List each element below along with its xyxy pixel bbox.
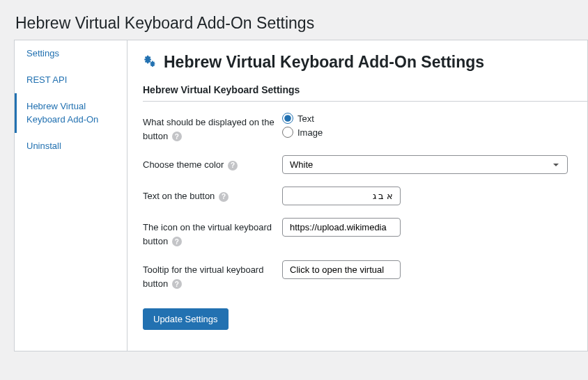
button-icon-input[interactable] xyxy=(282,218,401,237)
help-icon[interactable]: ? xyxy=(228,161,238,171)
field-row-theme-color: Choose theme color ? White xyxy=(143,155,587,174)
label-button-icon: The icon on the virtual keyboard button … xyxy=(143,218,282,248)
label-text: Tooltip for the virtual keyboard button xyxy=(143,264,263,289)
button-text-control xyxy=(282,187,587,205)
theme-color-control: White xyxy=(282,155,587,174)
button-icon-control xyxy=(282,218,587,237)
help-icon[interactable]: ? xyxy=(219,192,229,202)
radio-label-image: Image xyxy=(297,127,323,138)
radio-option-image[interactable]: Image xyxy=(282,127,587,138)
main-layout: Settings REST API Hebrew Virtual Keyboar… xyxy=(14,40,588,351)
tooltip-input[interactable] xyxy=(282,260,401,279)
label-display-mode: What should be displayed on the button ? xyxy=(143,113,282,143)
gears-icon xyxy=(143,55,158,70)
settings-sidebar: Settings REST API Hebrew Virtual Keyboar… xyxy=(14,40,127,351)
label-text: What should be displayed on the button xyxy=(143,117,274,141)
page-title: Hebrew Virtual Keyboard Add-On Settings xyxy=(0,0,588,40)
help-icon[interactable]: ? xyxy=(172,237,182,246)
display-mode-radio-group: Text Image xyxy=(282,113,587,141)
tooltip-control xyxy=(282,260,587,279)
section-heading: Hebrew Virtual Keyboard Settings xyxy=(143,84,587,102)
sidebar-item-rest-api[interactable]: REST API xyxy=(15,67,127,93)
sidebar-item-settings[interactable]: Settings xyxy=(15,40,127,67)
settings-form: What should be displayed on the button ?… xyxy=(143,113,587,330)
update-settings-button[interactable]: Update Settings xyxy=(143,308,229,330)
panel-title: Hebrew Virtual Keyboard Add-On Settings xyxy=(143,53,587,72)
label-button-text: Text on the button ? xyxy=(143,187,282,203)
label-text: The icon on the virtual keyboard button xyxy=(143,222,272,246)
theme-color-select[interactable]: White xyxy=(282,155,568,174)
sidebar-item-hebrew-keyboard[interactable]: Hebrew Virtual Keyboard Add-On xyxy=(15,93,127,132)
label-text: Choose theme color xyxy=(143,159,224,170)
radio-label-text: Text xyxy=(297,113,314,124)
label-tooltip: Tooltip for the virtual keyboard button … xyxy=(143,260,282,290)
field-row-button-icon: The icon on the virtual keyboard button … xyxy=(143,218,587,248)
field-row-tooltip: Tooltip for the virtual keyboard button … xyxy=(143,260,587,290)
sidebar-item-uninstall[interactable]: Uninstall xyxy=(15,133,127,159)
label-text: Text on the button xyxy=(143,191,215,201)
panel-title-text: Hebrew Virtual Keyboard Add-On Settings xyxy=(164,53,484,72)
radio-text[interactable] xyxy=(282,113,293,124)
help-icon[interactable]: ? xyxy=(172,132,182,141)
field-row-display-mode: What should be displayed on the button ?… xyxy=(143,113,587,143)
label-theme-color: Choose theme color ? xyxy=(143,155,282,172)
radio-option-text[interactable]: Text xyxy=(282,113,587,124)
button-text-input[interactable] xyxy=(282,187,401,205)
help-icon[interactable]: ? xyxy=(172,279,182,289)
field-row-button-text: Text on the button ? xyxy=(143,187,587,205)
radio-image[interactable] xyxy=(282,127,293,138)
settings-panel: Hebrew Virtual Keyboard Add-On Settings … xyxy=(127,40,588,351)
